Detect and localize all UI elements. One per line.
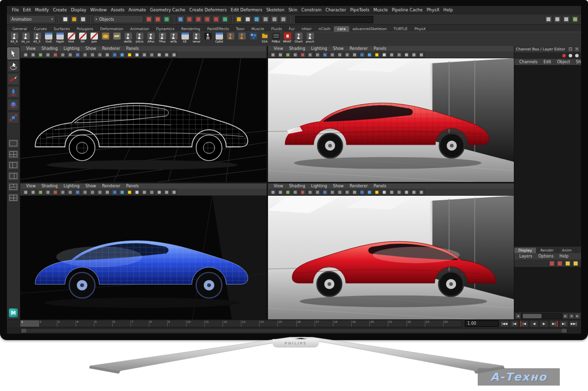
play-forwards-button[interactable]: ▶ — [540, 320, 548, 327]
panel-menu-shading[interactable]: Shading — [286, 184, 308, 188]
lock-selection-icon[interactable] — [235, 15, 243, 23]
step-forward-frame-button[interactable]: ▶| — [559, 320, 568, 327]
motion-blur-icon[interactable] — [396, 189, 403, 195]
grease-pencil-icon[interactable] — [52, 51, 58, 58]
show-manipulators-icon[interactable] — [561, 53, 567, 58]
isolate-select-icon[interactable] — [163, 189, 170, 195]
range-slider[interactable] — [21, 328, 567, 333]
menu-edit-deformers[interactable]: Edit Deformers — [229, 7, 265, 12]
menu-display[interactable]: Display — [69, 7, 88, 12]
timeline-frame-6[interactable]: 6 — [112, 320, 131, 327]
gate-mask-icon[interactable] — [322, 189, 328, 195]
camera-attributes-icon[interactable] — [270, 189, 276, 195]
shaded-icon[interactable] — [359, 51, 365, 58]
scroll-right-button[interactable]: ▶ — [563, 313, 568, 319]
make-live-icon[interactable] — [221, 15, 229, 23]
2d-pan-zoom-icon[interactable] — [45, 51, 51, 58]
snap-to-point-icon[interactable] — [194, 15, 202, 23]
shelf-item-outl[interactable]: Outl — [43, 33, 54, 44]
menu-modify[interactable]: Modify — [33, 7, 51, 12]
textured-icon[interactable] — [119, 51, 125, 58]
time-slider[interactable]: 123456789101112131415161718192021222324 — [20, 320, 462, 327]
edit-pencil-icon[interactable] — [574, 53, 580, 58]
menu-constrain[interactable]: Constrain — [299, 7, 323, 12]
share-icon[interactable] — [171, 51, 177, 58]
menu-set-dropdown[interactable]: Animation ▾ — [9, 15, 55, 23]
two-pane-side-layout-button[interactable] — [7, 160, 19, 170]
camera-attributes-icon[interactable] — [22, 189, 29, 195]
numeric-input-field[interactable] — [295, 16, 373, 23]
timeline-frame-2[interactable]: 2 — [39, 320, 57, 327]
shelf-tab-fur[interactable]: Fur — [285, 26, 298, 32]
image-plane-icon[interactable] — [285, 189, 291, 195]
tool-settings-toggle-icon[interactable] — [553, 15, 561, 23]
timeline-frame-24[interactable]: 24 — [443, 320, 461, 327]
snap-to-view-plane-icon[interactable] — [212, 15, 220, 23]
2d-pan-zoom-icon[interactable] — [292, 51, 299, 58]
viewport-bottom-right-canvas[interactable] — [268, 196, 514, 319]
shadows-icon[interactable] — [134, 189, 140, 195]
viewport-bottom-left-canvas[interactable] — [20, 196, 267, 319]
field-chart-icon[interactable] — [82, 51, 88, 58]
select-objects-icon[interactable] — [154, 15, 162, 23]
gate-mask-icon[interactable] — [322, 51, 328, 58]
channel-box-menu-edit[interactable]: Edit — [541, 60, 554, 64]
selection-mask-dropdown[interactable]: ▾ Objects — [93, 15, 143, 23]
scroll-left-button[interactable]: ◀ — [515, 313, 521, 319]
menu-file[interactable]: File — [10, 7, 21, 12]
timeline-frame-12[interactable]: 12 — [223, 320, 241, 327]
new-empty-layer-icon[interactable] — [564, 260, 571, 267]
layer-tab-render[interactable]: Render — [537, 248, 558, 253]
shelf-item-unnamed-17[interactable] — [202, 33, 213, 40]
menu-skin[interactable]: Skin — [286, 7, 299, 12]
textured-icon[interactable] — [366, 51, 373, 58]
shelf-tab-animation[interactable]: Animation — [127, 26, 152, 32]
pane-scroll-left-button[interactable]: ◀ — [569, 313, 574, 319]
playback-speed-field[interactable]: 1.00 — [465, 320, 498, 327]
shelf-item-ssa[interactable]: SSA — [259, 33, 270, 44]
layer-menu-layers[interactable]: Layers — [516, 254, 535, 259]
close-panel-button[interactable]: × — [574, 46, 580, 52]
isolate-select-icon[interactable] — [163, 51, 170, 58]
share-icon[interactable] — [418, 51, 425, 58]
film-gate-icon[interactable] — [307, 189, 314, 195]
share-icon[interactable] — [418, 189, 425, 195]
camera-attributes-icon[interactable] — [270, 51, 276, 58]
play-backwards-button[interactable]: ◀ — [530, 320, 539, 327]
screen-space-ao-icon[interactable] — [389, 51, 395, 58]
timeline-frame-10[interactable]: 10 — [186, 320, 204, 327]
menu-character[interactable]: Character — [323, 7, 348, 12]
rotate-tool[interactable] — [7, 99, 19, 111]
new-scene-icon[interactable] — [61, 15, 69, 23]
shelf-item-ce[interactable]: CE — [180, 33, 190, 44]
shelf-tab-cara[interactable]: cara — [334, 26, 349, 32]
shaded-icon[interactable] — [111, 189, 118, 195]
shadows-icon[interactable] — [134, 51, 140, 58]
shelf-item-cped[interactable]: CpEd — [214, 33, 225, 44]
panel-menu-show[interactable]: Show — [330, 184, 347, 188]
xray-icon[interactable] — [156, 51, 162, 58]
channel-box-list[interactable] — [514, 65, 581, 247]
menu-assets[interactable]: Assets — [109, 7, 127, 12]
menu-muscle[interactable]: Muscle — [371, 7, 390, 12]
panel-menu-shading[interactable]: Shading — [39, 46, 61, 51]
shelf-item-unnamed-21[interactable] — [248, 33, 259, 40]
wireframe-icon[interactable] — [104, 189, 110, 195]
screen-space-ao-icon[interactable] — [141, 51, 147, 58]
lasso-tool[interactable] — [7, 60, 19, 72]
share-icon[interactable] — [171, 189, 177, 195]
xray-icon[interactable] — [156, 189, 162, 195]
bookmarks-icon[interactable] — [30, 189, 36, 195]
safe-action-icon[interactable] — [89, 51, 95, 58]
shadows-icon[interactable] — [381, 51, 388, 58]
single-pane-layout-button[interactable] — [7, 138, 19, 148]
remove-from-layer-icon[interactable] — [556, 260, 563, 267]
channel-box-menu-show[interactable]: Show — [573, 60, 581, 64]
panel-menu-renderer[interactable]: Renderer — [347, 184, 371, 188]
timeline-frame-7[interactable]: 7 — [131, 320, 149, 327]
resolution-gate-icon[interactable] — [315, 51, 321, 58]
field-chart-icon[interactable] — [329, 189, 336, 195]
menu-geometry-cache[interactable]: Geometry Cache — [148, 7, 187, 12]
bookmarks-icon[interactable] — [277, 51, 284, 58]
isolate-select-icon[interactable] — [411, 189, 417, 195]
